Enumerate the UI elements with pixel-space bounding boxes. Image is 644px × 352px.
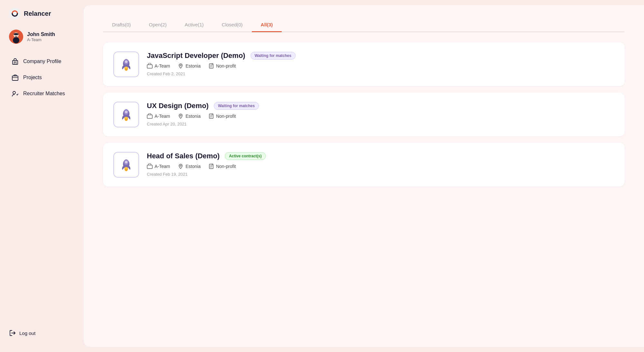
- svg-point-27: [125, 117, 128, 119]
- sidebar-nav: Company Profile Projects Recruiter Match…: [0, 54, 84, 329]
- sidebar: Relancer John Smith A-Team: [0, 0, 84, 352]
- tab-open[interactable]: Open(2): [140, 18, 175, 32]
- job-meta: A-Team Estonia: [147, 163, 614, 169]
- projects-icon: [12, 74, 19, 81]
- job-created: Created Feb 2, 2021: [147, 71, 614, 76]
- job-created: Created Feb 19, 2021: [147, 172, 614, 177]
- svg-rect-7: [13, 60, 18, 64]
- svg-rect-36: [147, 165, 152, 169]
- svg-point-13: [13, 91, 15, 94]
- sidebar-item-recruiter-matches-label: Recruiter Matches: [23, 91, 65, 97]
- category-icon: [208, 63, 214, 69]
- team-icon: [147, 113, 153, 119]
- status-badge: Active contract(s): [225, 152, 266, 160]
- tab-closed[interactable]: Closed(0): [213, 18, 252, 32]
- job-card-icon: [113, 102, 139, 127]
- job-card-header: Head of Sales (Demo) Active contract(s): [147, 152, 614, 160]
- user-name: John Smith: [27, 32, 55, 37]
- job-location: Estonia: [178, 63, 201, 69]
- job-card-body: Head of Sales (Demo) Active contract(s) …: [147, 152, 614, 177]
- logo-area: Relancer: [0, 8, 84, 30]
- tabs-bar: Drafts(0) Open(2) Active(1) Closed(0) Al…: [103, 18, 625, 32]
- job-location: Estonia: [178, 113, 201, 119]
- relancer-logo-icon: [9, 8, 21, 19]
- logout-button[interactable]: Log out: [0, 329, 84, 344]
- svg-point-19: [125, 67, 128, 69]
- job-category: Non-profit: [208, 63, 236, 69]
- status-badge: Waiting for matches: [214, 102, 259, 110]
- tab-all[interactable]: All(3): [252, 18, 282, 32]
- table-row[interactable]: Head of Sales (Demo) Active contract(s) …: [103, 143, 625, 187]
- job-category: Non-profit: [208, 163, 236, 169]
- sidebar-item-projects[interactable]: Projects: [6, 70, 77, 85]
- svg-point-35: [125, 167, 128, 169]
- sidebar-item-company-profile[interactable]: Company Profile: [6, 54, 77, 69]
- logo-text: Relancer: [24, 10, 51, 17]
- job-title: JavaScript Developer (Demo): [147, 51, 245, 60]
- svg-point-21: [180, 65, 181, 66]
- job-card-icon: [113, 152, 139, 178]
- status-badge: Waiting for matches: [251, 52, 296, 60]
- job-meta: A-Team Estonia: [147, 63, 614, 69]
- job-title: Head of Sales (Demo): [147, 152, 220, 160]
- avatar: [9, 30, 23, 44]
- logout-icon: [9, 329, 16, 337]
- team-icon: [147, 63, 153, 69]
- sidebar-item-projects-label: Projects: [23, 75, 42, 80]
- tab-active[interactable]: Active(1): [175, 18, 213, 32]
- svg-point-0: [9, 8, 21, 19]
- job-team: A-Team: [147, 63, 170, 69]
- svg-rect-5: [14, 33, 19, 35]
- user-profile-area: John Smith A-Team: [0, 30, 84, 54]
- job-team: A-Team: [147, 113, 170, 119]
- sidebar-item-recruiter-matches[interactable]: Recruiter Matches: [6, 86, 77, 101]
- job-card-header: JavaScript Developer (Demo) Waiting for …: [147, 51, 614, 60]
- job-team: A-Team: [147, 163, 170, 169]
- tab-drafts[interactable]: Drafts(0): [103, 18, 140, 32]
- user-info: John Smith A-Team: [27, 32, 55, 42]
- table-row[interactable]: UX Design (Demo) Waiting for matches A-T…: [103, 93, 625, 136]
- svg-rect-11: [12, 76, 18, 80]
- main-content: Drafts(0) Open(2) Active(1) Closed(0) Al…: [84, 5, 644, 347]
- location-icon: [178, 113, 184, 119]
- job-created: Created Apr 20, 2021: [147, 122, 614, 126]
- job-card-body: JavaScript Developer (Demo) Waiting for …: [147, 51, 614, 76]
- svg-point-6: [13, 37, 19, 43]
- job-card-icon: [113, 51, 139, 77]
- job-title: UX Design (Demo): [147, 102, 209, 110]
- location-icon: [178, 163, 184, 169]
- location-icon: [178, 63, 184, 69]
- svg-point-37: [180, 165, 181, 166]
- team-icon: [147, 163, 153, 169]
- job-location: Estonia: [178, 163, 201, 169]
- jobs-list: JavaScript Developer (Demo) Waiting for …: [103, 42, 625, 187]
- svg-point-18: [125, 60, 128, 63]
- matches-icon: [12, 90, 19, 97]
- svg-point-29: [180, 115, 181, 116]
- job-card-body: UX Design (Demo) Waiting for matches A-T…: [147, 102, 614, 126]
- category-icon: [208, 163, 214, 169]
- svg-point-34: [125, 161, 128, 163]
- logout-label: Log out: [19, 330, 35, 336]
- job-category: Non-profit: [208, 113, 236, 119]
- job-meta: A-Team Estonia: [147, 113, 614, 119]
- company-icon: [12, 58, 19, 65]
- user-team: A-Team: [27, 37, 55, 42]
- svg-rect-20: [147, 65, 152, 68]
- job-card-header: UX Design (Demo) Waiting for matches: [147, 102, 614, 110]
- svg-rect-28: [147, 115, 152, 118]
- svg-rect-8: [14, 62, 16, 64]
- sidebar-item-company-profile-label: Company Profile: [23, 59, 61, 64]
- table-row[interactable]: JavaScript Developer (Demo) Waiting for …: [103, 42, 625, 86]
- category-icon: [208, 113, 214, 119]
- svg-point-26: [125, 111, 128, 113]
